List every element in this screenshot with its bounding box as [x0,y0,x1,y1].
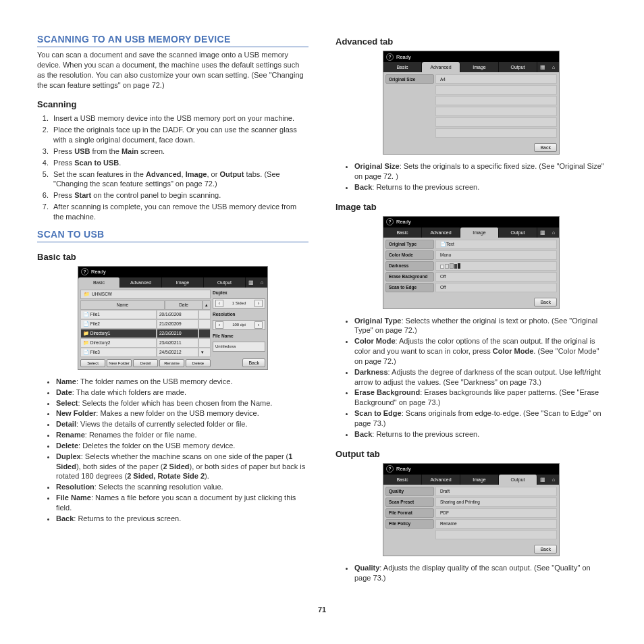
home-icon[interactable]: ⌂ [548,62,559,72]
table-row[interactable]: Directory122/3/20210 [80,329,211,338]
table-row[interactable]: File221/2/20209 [80,319,211,329]
tab-basic[interactable]: Basic [383,62,422,72]
setting-row[interactable]: Darkness [385,261,557,271]
tab-image[interactable]: Image [460,227,499,238]
tab-output[interactable]: Output [499,62,537,72]
back-button[interactable]: Back [534,298,557,306]
list-item: Date: Tha date which folders are made. [56,387,308,398]
help-icon[interactable]: ? [386,53,394,61]
cal-icon[interactable]: ▦ [537,62,548,72]
table-row[interactable]: File120/1/20208 [80,310,211,319]
back-button[interactable]: Back [534,143,557,152]
setting-row-blank [385,96,557,105]
cal-icon[interactable]: ▦ [537,227,548,238]
setting-row[interactable]: Color ModeMono [385,250,557,260]
heading-scanning-usb-device: SCANNING TO AN USB MEMORY DEVICE [37,34,308,47]
setting-row[interactable]: Scan to EdgeOff [385,283,557,292]
setting-row[interactable]: QualityDraft [385,487,557,496]
tab-advanced[interactable]: Advanced [422,62,460,72]
list-item: Original Type: Selects whether the origi… [354,316,607,336]
arrow-right-icon[interactable]: › [254,300,263,307]
file-icon [83,312,89,317]
file-icon [83,350,89,354]
new-folder-button[interactable]: New Folder [107,359,132,367]
rename-button[interactable]: Rename [159,359,184,367]
arrow-right-icon[interactable]: › [254,321,263,329]
file-icon [440,242,446,247]
row-value: Mono [435,250,557,260]
intro-paragraph: You can scan a document and save the sca… [37,50,308,90]
row-label: Darkness [385,261,434,271]
tab-output[interactable]: Output [499,475,537,485]
setting-row[interactable]: File PolicyRename [385,519,557,529]
list-item: Scan to Edge: Scans originals from edge-… [354,408,607,429]
folder-icon [84,292,90,297]
list-item: Duplex: Selects whether the machine scan… [56,452,308,482]
help-icon[interactable]: ? [386,465,394,473]
setting-row[interactable]: Original SizeA4 [385,74,557,84]
status-ready: Ready [396,219,411,225]
heading-basic-tab: Basic tab [37,252,308,262]
row-value: A4 [435,74,557,84]
setting-row[interactable]: File FormatPDF [385,508,557,518]
list-item: Resolution: Selects the scanning resolut… [56,482,308,492]
tab-image[interactable]: Image [162,277,204,288]
tab-output[interactable]: Output [499,227,537,238]
setting-row[interactable]: Scan PresetSharing and Printing [385,498,557,507]
back-button[interactable]: Back [534,545,557,554]
tab-basic[interactable]: Basic [383,475,422,485]
resolution-control[interactable]: ‹ 100 dpi › [213,320,265,330]
setting-row[interactable]: Erase BackgroundOff [385,272,557,281]
tab-advanced[interactable]: Advanced [422,475,460,485]
tab-basic[interactable]: Basic [383,227,422,238]
select-button[interactable]: Select [80,359,105,367]
image-tab-bullets: Original Type: Selects whether the origi… [336,316,607,439]
home-icon[interactable]: ⌂ [257,277,267,288]
breadcrumb[interactable]: UHMSCW [80,290,211,299]
col-name: Name [80,300,165,310]
step-item: Press USB from the Main screen. [51,146,308,157]
tab-advanced[interactable]: Advanced [120,277,162,288]
cal-icon[interactable]: ▦ [537,475,548,485]
table-row[interactable]: File324/5/20212▾ [80,348,211,357]
resolution-label: Resolution [213,311,265,317]
list-item: Darkness: Adjusts the degree of darkness… [354,367,607,387]
row-label: Quality [385,487,434,496]
help-icon[interactable]: ? [81,268,88,275]
list-item: Delete: Deletes the folder on the USB me… [56,441,308,451]
tab-advanced[interactable]: Advanced [422,227,460,238]
arrow-left-icon[interactable]: ‹ [215,300,223,307]
tab-basic[interactable]: Basic [78,277,120,288]
duplex-control[interactable]: ‹ 1 Sided › [213,298,265,308]
duplex-value: 1 Sided [232,301,246,305]
row-value: Off [435,283,557,292]
detail-button[interactable]: Detail [133,359,158,367]
home-icon[interactable]: ⌂ [548,475,559,485]
row-label: File Format [385,508,434,518]
breadcrumb-label: UHMSCW [92,292,112,296]
right-column: Advanced tab ?ReadyBasicAdvancedImageOut… [336,27,607,588]
filename-field[interactable]: Untitledusa [213,342,265,352]
table-row[interactable]: Directory223/4/20211 [80,338,211,348]
advanced-tab-panel: ?ReadyBasicAdvancedImageOutput▦⌂Original… [383,51,560,155]
setting-row-blank [385,85,557,95]
cal-icon[interactable]: ▦ [246,277,257,288]
tab-image[interactable]: Image [460,62,499,72]
page-number: 71 [0,601,644,627]
step-item: After scanning is complete, you can remo… [51,202,308,222]
help-icon[interactable]: ? [386,218,394,225]
arrow-left-icon[interactable]: ‹ [215,321,223,329]
setting-row[interactable]: Original Type Text [385,240,557,249]
panel-header: ?Ready [383,217,559,227]
step-item: Place the originals face up in the DADF.… [51,125,308,145]
delete-button[interactable]: Delete [186,359,211,367]
tab-image[interactable]: Image [460,475,499,485]
scroll-up-icon[interactable]: ▴ [203,300,211,310]
row-label: Scan to Edge [385,283,434,292]
tab-output[interactable]: Output [204,277,246,288]
status-ready: Ready [396,466,411,472]
home-icon[interactable]: ⌂ [548,227,559,238]
back-button[interactable]: Back [242,358,265,367]
row-label: Original Size [385,74,434,84]
list-item: Quality: Adjusts the display quality of … [354,563,607,583]
